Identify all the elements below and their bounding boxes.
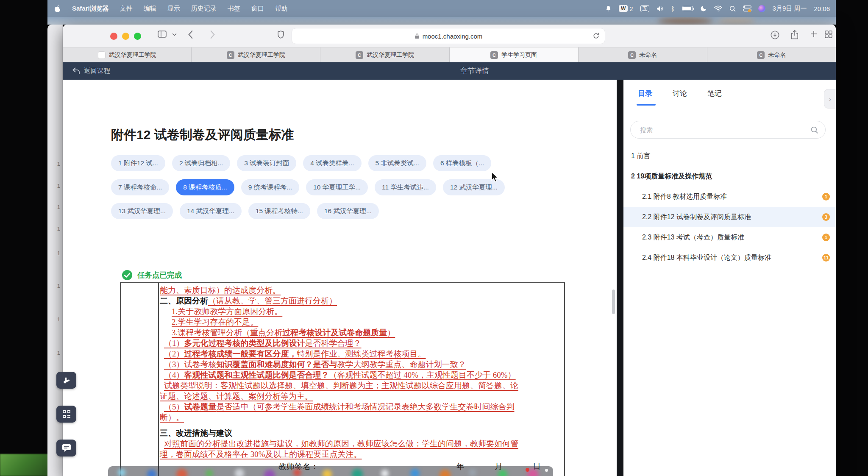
chapter-button-3[interactable]: 3 试卷装订封面 bbox=[237, 155, 296, 171]
sidebar-item-5[interactable]: 2.4 附件18 本科毕业设计（论文）质量标准11 bbox=[623, 248, 836, 268]
tab-label: 武汉华夏理工学院 bbox=[367, 51, 414, 59]
tab-favicon-icon bbox=[98, 51, 106, 59]
chapter-button-9[interactable]: 9 统考课程考... bbox=[241, 179, 299, 195]
hand-button[interactable] bbox=[56, 372, 76, 389]
do-not-disturb-moon-icon[interactable] bbox=[700, 5, 707, 12]
control-center-icon[interactable] bbox=[743, 5, 751, 12]
back-to-course-button[interactable]: 返回课程 bbox=[72, 62, 110, 80]
browser-tab-2[interactable]: C武汉华夏理工学院 bbox=[320, 47, 449, 62]
chapter-button-2[interactable]: 2 试卷归档相... bbox=[172, 155, 230, 171]
sidebar-item-2[interactable]: 2.1 附件8 教材选用质量标准1 bbox=[623, 187, 836, 207]
menu-item-0[interactable]: Safari浏览器 bbox=[72, 5, 109, 13]
menu-item-5[interactable]: 书签 bbox=[228, 5, 240, 13]
dock-icon-blur bbox=[118, 469, 125, 476]
chapter-button-11[interactable]: 11 学生考试违... bbox=[375, 179, 436, 195]
sidebar-item-label: 2.3 附件13 考试（考查）质量标准 bbox=[642, 233, 744, 242]
bluetooth-icon[interactable]: ᛒ bbox=[671, 5, 675, 12]
address-bar[interactable]: mooc1.chaoxing.com bbox=[292, 28, 605, 44]
background-line-number: 1 bbox=[57, 350, 60, 356]
privacy-shield-icon[interactable] bbox=[277, 31, 284, 39]
document-text-segment: 过程考核设计及试卷命题质量 bbox=[282, 328, 387, 337]
notification-bell-icon[interactable] bbox=[605, 5, 612, 12]
input-method-icon[interactable]: 五 bbox=[640, 5, 649, 12]
qr-code-button[interactable] bbox=[56, 406, 76, 423]
document-line-6: （2）过程考核成绩一般要有区分度，特别是作业、测练类过程考核项目。 bbox=[160, 348, 559, 359]
chapter-button-16[interactable]: 16 武汉华夏理... bbox=[317, 203, 379, 219]
document-text-segment: 理，卷面成绩不及格率在 30%及以上的课程要重点关注。 bbox=[160, 450, 362, 459]
collapse-panel-button[interactable]: › bbox=[824, 89, 836, 109]
tab-label: 武汉华夏理工学院 bbox=[238, 51, 285, 59]
siri-icon[interactable] bbox=[758, 5, 765, 12]
dock-red-dot bbox=[526, 468, 529, 472]
reload-icon[interactable] bbox=[593, 32, 600, 41]
document-text-segment: 三、改进措施与建议 bbox=[160, 429, 232, 437]
chapter-button-4[interactable]: 4 试卷类样卷... bbox=[303, 155, 361, 171]
back-button[interactable] bbox=[188, 31, 193, 39]
menu-item-2[interactable]: 编辑 bbox=[144, 5, 156, 13]
chapter-button-1[interactable]: 1 附件12 试... bbox=[111, 155, 165, 171]
document-text-segment: ） bbox=[387, 328, 395, 337]
sidebar-item-1[interactable]: ▼2 19项质量标准及操作规范 bbox=[623, 166, 836, 187]
sidebar-item-0[interactable]: 1 前言 bbox=[623, 146, 836, 166]
menu-bar-date[interactable]: 3月9日 周一 bbox=[773, 5, 807, 13]
downloads-button[interactable] bbox=[771, 31, 779, 39]
chapter-button-13[interactable]: 13 武汉华夏理... bbox=[111, 203, 173, 219]
close-window-button[interactable] bbox=[110, 33, 117, 40]
sidebar-item-label: 2.2 附件12 试卷制卷及评阅质量标准 bbox=[642, 213, 751, 222]
menu-item-3[interactable]: 显示 bbox=[167, 5, 180, 13]
chapter-button-6[interactable]: 6 样卷模板（... bbox=[433, 155, 491, 171]
spotlight-search-icon[interactable] bbox=[729, 6, 736, 12]
forward-button[interactable] bbox=[210, 31, 215, 39]
sidebar-toggle-icon[interactable] bbox=[158, 31, 167, 38]
chapter-button-15[interactable]: 15 课程考核特... bbox=[248, 203, 310, 219]
zoom-window-button[interactable] bbox=[134, 33, 141, 40]
document-text-segment: 3.课程考核管理分析（重点分析 bbox=[172, 328, 282, 337]
search-input[interactable] bbox=[640, 126, 810, 134]
chapter-button-5[interactable]: 5 非试卷类试... bbox=[368, 155, 426, 171]
chapter-button-8[interactable]: 8 课程考核质... bbox=[176, 179, 234, 195]
menu-item-6[interactable]: 窗口 bbox=[251, 5, 264, 13]
document-line-0: 能力、素质目标）的达成度分析。 bbox=[160, 285, 559, 295]
browser-tab-0[interactable]: 武汉华夏理工学院 bbox=[63, 47, 192, 62]
volume-icon[interactable] bbox=[657, 6, 664, 12]
browser-tab-1[interactable]: C武汉华夏理工学院 bbox=[192, 47, 320, 62]
document-scrollbar-thumb[interactable] bbox=[612, 289, 615, 314]
menu-item-7[interactable]: 帮助 bbox=[275, 5, 288, 13]
share-button[interactable] bbox=[791, 30, 798, 39]
wps-status-icon[interactable]: W 2 bbox=[619, 5, 633, 12]
tab-favicon-icon: C bbox=[227, 51, 234, 59]
chapter-button-7[interactable]: 7 课程考核命... bbox=[111, 179, 169, 195]
minimize-window-button[interactable] bbox=[122, 33, 129, 40]
sidebar-tab-0[interactable]: 目录 bbox=[638, 89, 652, 98]
menu-item-4[interactable]: 历史记录 bbox=[191, 5, 217, 13]
browser-tab-4[interactable]: C未命名 bbox=[579, 47, 707, 62]
document-line-12: 断）。 bbox=[160, 412, 559, 423]
document-line-1: 二、原因分析（请从教、学、管三方面进行分析） bbox=[160, 295, 559, 306]
chapter-button-14[interactable]: 14 武汉华夏理... bbox=[180, 203, 242, 219]
wifi-icon[interactable] bbox=[714, 6, 722, 11]
tab-overview-button[interactable] bbox=[825, 31, 832, 38]
chevron-down-icon[interactable] bbox=[172, 33, 177, 36]
sidebar-item-4[interactable]: 2.3 附件13 考试（考查）质量标准1 bbox=[623, 227, 836, 248]
mouse-cursor bbox=[491, 171, 500, 186]
search-icon[interactable] bbox=[810, 126, 818, 134]
sidebar-tab-2[interactable]: 笔记 bbox=[707, 89, 722, 98]
sidebar-item-3[interactable]: 2.2 附件12 试卷制卷及评阅质量标准3 bbox=[623, 207, 836, 227]
chapter-button-10[interactable]: 10 华夏理工学... bbox=[306, 179, 368, 195]
screen: Safari浏览器文件编辑显示历史记录书签窗口帮助 W 2 五 ᛒ bbox=[0, 0, 868, 476]
background-line-number: 1 bbox=[57, 161, 60, 167]
background-line-number: 1 bbox=[57, 183, 60, 189]
document-line-10: 证题、论述题、计算题、案例分析等为主。 bbox=[160, 391, 559, 401]
browser-tab-3[interactable]: C学生学习页面 bbox=[450, 47, 579, 62]
new-tab-button[interactable] bbox=[810, 31, 817, 37]
menu-item-1[interactable]: 文件 bbox=[120, 5, 133, 13]
sidebar-tab-1[interactable]: 讨论 bbox=[673, 89, 687, 98]
chat-button[interactable] bbox=[56, 440, 76, 457]
apple-menu-icon[interactable] bbox=[54, 5, 61, 13]
chapter-row-2: 7 课程考核命...8 课程考核质...9 统考课程考...10 华夏理工学..… bbox=[111, 179, 505, 195]
browser-tab-5[interactable]: C未命名 bbox=[707, 47, 836, 62]
document-text-segment: 试题类型说明：客观性试题以选择题、填空题、判断题为主；主观性试题以综合应用题、简… bbox=[164, 381, 518, 390]
battery-icon[interactable] bbox=[682, 6, 693, 11]
hand-icon bbox=[62, 376, 71, 385]
menu-bar-time[interactable]: 20:06 bbox=[814, 5, 830, 12]
